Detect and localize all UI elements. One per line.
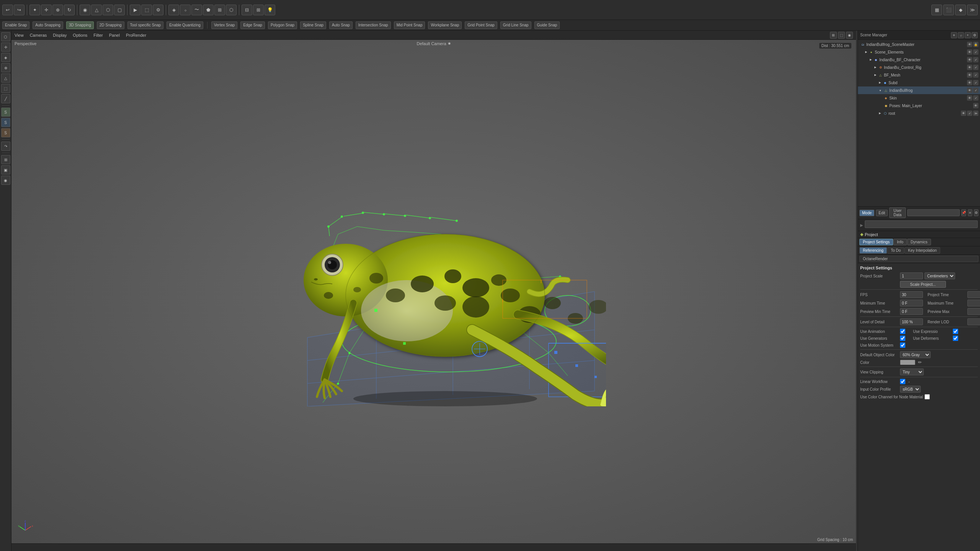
- workplane-snap-btn[interactable]: Workplane Snap: [428, 21, 462, 29]
- poly-mode-btn[interactable]: ▢: [114, 5, 125, 15]
- viewport-menu-display[interactable]: Display: [53, 33, 67, 37]
- min-time-input[interactable]: [900, 300, 923, 306]
- model-mode-btn[interactable]: ◉: [80, 5, 90, 15]
- left-tool-move[interactable]: ✛: [1, 42, 10, 52]
- scene-item-bullfrog[interactable]: ▼ △ IndianBullfrog 👁 ✓: [858, 86, 980, 94]
- left-tool-line[interactable]: ╱: [1, 94, 10, 103]
- scene-item-poses[interactable]: ◉ Poses: Main_Layer 👁: [858, 102, 980, 109]
- scene-item-skin[interactable]: ◈ Skin 👁 ✓: [858, 94, 980, 102]
- viewport-menu-panel[interactable]: Panel: [109, 33, 120, 37]
- eye-icon-5[interactable]: 👁: [967, 72, 972, 78]
- left-tool-select[interactable]: ⬡: [1, 32, 10, 41]
- viewport-canvas[interactable]: Perspective Default Camera ✱ Dist : 30.5…: [11, 40, 856, 543]
- render-btn[interactable]: ▶: [130, 5, 140, 15]
- tab-dynamics[interactable]: Dynamics: [907, 239, 931, 245]
- eye-icon[interactable]: 👁: [967, 42, 972, 47]
- more-icon[interactable]: ≫: [973, 111, 978, 116]
- effector-btn[interactable]: ⬡: [226, 5, 237, 15]
- guide-snap-btn[interactable]: Guide Snap: [534, 21, 560, 29]
- viewport-camera-btn[interactable]: ⬚: [838, 32, 845, 39]
- left-tool-boole[interactable]: ◉: [1, 176, 10, 185]
- use-animation-checkbox[interactable]: [900, 329, 905, 334]
- render-lod-input[interactable]: [967, 318, 980, 325]
- auto-snapping-btn[interactable]: Auto Snapping: [33, 21, 63, 29]
- sm-search-btn[interactable]: ⌕: [958, 32, 964, 38]
- 2d-snapping-btn[interactable]: 2D Snapping: [97, 21, 124, 29]
- userdata-btn[interactable]: User Data: [889, 207, 906, 218]
- use-motion-checkbox[interactable]: [900, 342, 905, 348]
- preview-min-input[interactable]: [900, 308, 923, 315]
- lock-icon[interactable]: 🔒: [973, 42, 978, 47]
- material-editor-btn[interactable]: ◆: [955, 5, 966, 15]
- check-icon-3[interactable]: ✓: [973, 65, 978, 70]
- light-btn2[interactable]: 💡: [265, 5, 275, 15]
- configure-btn[interactable]: ⊞: [253, 5, 264, 15]
- fps-input[interactable]: [900, 291, 923, 298]
- 3d-snapping-btn[interactable]: 3D Snapping: [66, 21, 94, 29]
- left-tool-grid[interactable]: ⊞: [1, 155, 10, 164]
- scene-item-character[interactable]: ▶ ◆ IndianBu_BF_Character 👁 ✓: [858, 56, 980, 64]
- scene-item-elements[interactable]: ▶ ● Scene_Elements 👁 ✓: [858, 48, 980, 56]
- linear-workflow-checkbox[interactable]: [900, 379, 905, 384]
- polygon-snap-btn[interactable]: Polygon Snap: [268, 21, 297, 29]
- left-tool-mesh[interactable]: ▣: [1, 165, 10, 174]
- scene-item-root-joint[interactable]: ▶ ⬡ root 👁 ✓ ≫: [858, 109, 980, 117]
- preview-max-input[interactable]: [967, 308, 980, 315]
- project-time-input[interactable]: [967, 291, 980, 298]
- left-tool-4[interactable]: ⬚: [1, 84, 10, 93]
- auto-snap-btn[interactable]: Auto Snap: [329, 21, 353, 29]
- viewport-menu-prorender[interactable]: ProRender: [126, 33, 146, 37]
- check-icon-4[interactable]: ✓: [973, 72, 978, 78]
- grid-point-snap-btn[interactable]: Grid Point Snap: [465, 21, 497, 29]
- check-icon-6[interactable]: ✓: [973, 88, 978, 93]
- eye-icon-4[interactable]: 👁: [967, 65, 972, 70]
- color-swatch[interactable]: [900, 360, 915, 365]
- use-generators-checkbox[interactable]: [900, 336, 905, 341]
- eye-icon-9[interactable]: 👁: [973, 103, 978, 108]
- prop-search-input[interactable]: [907, 209, 960, 216]
- check-icon-8[interactable]: ✓: [967, 111, 972, 116]
- prop-list-btn[interactable]: ≡: [968, 209, 972, 216]
- project-scale-unit[interactable]: Centimeters Meters Inches: [924, 272, 955, 279]
- eye-icon-3[interactable]: 👁: [967, 57, 972, 62]
- viewport-menu-cameras[interactable]: Cameras: [30, 33, 47, 37]
- prop-settings-btn[interactable]: ⚙: [974, 209, 978, 216]
- viewport-menu-filter[interactable]: Filter: [93, 33, 103, 37]
- eye-icon-7[interactable]: 👁: [967, 88, 972, 93]
- more-btn[interactable]: ≫: [967, 5, 978, 15]
- scale-btn[interactable]: ⊕: [52, 5, 63, 15]
- mesh-mode-btn[interactable]: △: [91, 5, 102, 15]
- spline-snap-btn[interactable]: Spline Snap: [300, 21, 326, 29]
- vertex-snap-btn[interactable]: Vertex Snap: [211, 21, 237, 29]
- camera-btn[interactable]: ⬦: [180, 5, 191, 15]
- check-icon-5[interactable]: ✓: [973, 80, 978, 85]
- tab-info[interactable]: Info: [893, 239, 907, 245]
- sm-add-btn[interactable]: +: [965, 32, 971, 38]
- check-icon-7[interactable]: ✓: [973, 95, 978, 101]
- move-btn[interactable]: ✛: [41, 5, 52, 15]
- scene-item-subd[interactable]: ▶ ◆ Subd 👁 ✓: [858, 79, 980, 86]
- scene-item-root[interactable]: 🗂 IndianBullfrog_SceneMaster 👁 🔒: [858, 41, 980, 48]
- eye-icon-2[interactable]: 👁: [967, 49, 972, 55]
- input-color-profile-select[interactable]: sRGB Linear: [900, 386, 921, 393]
- subtab-key-interpolation[interactable]: Key Interpolation: [905, 247, 940, 254]
- palette-btn[interactable]: ▦: [931, 5, 942, 15]
- deformer-btn[interactable]: ⬟: [203, 5, 214, 15]
- default-color-select[interactable]: 60% Gray: [900, 351, 931, 358]
- check-icon[interactable]: ✓: [973, 49, 978, 55]
- use-color-channel-checkbox[interactable]: [924, 394, 930, 399]
- render-region-btn[interactable]: ⬚: [141, 5, 152, 15]
- eye-icon-8[interactable]: 👁: [967, 95, 972, 101]
- scale-project-btn[interactable]: Scale Project...: [900, 281, 946, 288]
- rotate-btn[interactable]: ↻: [64, 5, 75, 15]
- intersection-snap-btn[interactable]: Intersection Snap: [356, 21, 391, 29]
- subtab-octane[interactable]: OctaneRender: [859, 256, 978, 262]
- project-scale-input[interactable]: [900, 272, 923, 279]
- use-expression-checkbox[interactable]: [953, 329, 958, 334]
- view-clipping-select[interactable]: Tiny Small Medium Large: [900, 368, 924, 375]
- viewport-menu-view[interactable]: View: [15, 33, 24, 37]
- lod-input[interactable]: [900, 318, 923, 325]
- generator-btn[interactable]: ⊞: [214, 5, 225, 15]
- prop-pin-btn[interactable]: 📌: [961, 209, 966, 216]
- subtab-referencing[interactable]: Referencing: [859, 247, 887, 254]
